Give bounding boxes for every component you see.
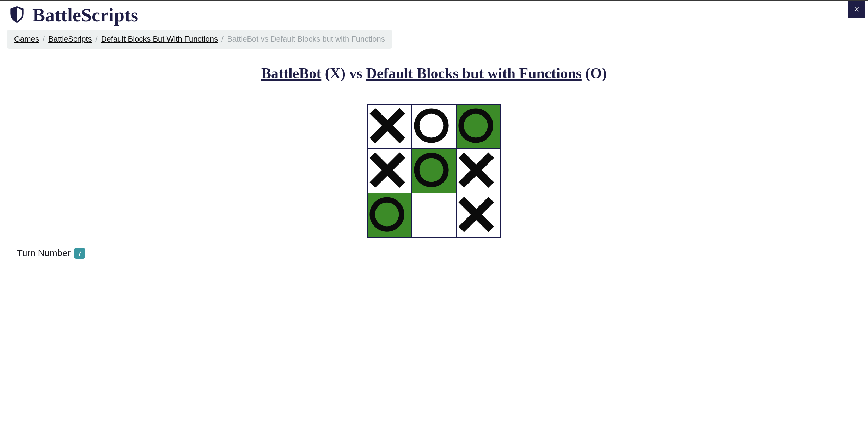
board-cell-4[interactable] — [412, 149, 456, 193]
board-cell-7[interactable] — [412, 193, 456, 237]
board-cell-3[interactable] — [367, 149, 412, 193]
x-mark-icon — [368, 150, 411, 191]
player1-mark: (X) — [325, 65, 346, 81]
board-cell-8[interactable] — [456, 193, 501, 237]
breadcrumb-link-bot[interactable]: Default Blocks But With Functions — [101, 35, 218, 44]
turn-label: Turn Number — [17, 248, 71, 259]
breadcrumb-separator: / — [96, 35, 98, 44]
board-cell-6[interactable] — [367, 193, 412, 237]
site-title: BattleScripts — [32, 4, 138, 26]
o-mark-icon — [412, 151, 456, 191]
close-icon — [853, 6, 860, 14]
breadcrumb: Games / BattleScripts / Default Blocks B… — [7, 30, 392, 49]
svg-point-4 — [417, 111, 446, 141]
breadcrumb-separator: / — [43, 35, 45, 44]
player2-mark: (O) — [585, 65, 607, 81]
divider — [7, 91, 861, 91]
breadcrumb-link-battlescripts[interactable]: BattleScripts — [48, 35, 92, 44]
x-mark-icon — [457, 150, 500, 191]
vs-label: vs — [349, 65, 362, 81]
board-cell-0[interactable] — [367, 104, 412, 149]
svg-point-8 — [417, 156, 446, 185]
svg-point-11 — [372, 200, 402, 229]
breadcrumb-separator: / — [221, 35, 224, 44]
tictactoe-board — [367, 104, 501, 238]
shield-icon — [7, 5, 27, 26]
player1-link[interactable]: BattleBot — [261, 65, 321, 81]
board-container — [0, 104, 868, 238]
breadcrumb-link-games[interactable]: Games — [14, 35, 39, 44]
o-mark-icon — [457, 106, 500, 146]
board-cell-1[interactable] — [412, 104, 456, 149]
board-cell-5[interactable] — [456, 149, 501, 193]
header: BattleScripts — [0, 1, 868, 26]
close-button[interactable] — [848, 1, 865, 18]
x-mark-icon — [457, 195, 500, 236]
o-mark-icon — [412, 106, 456, 146]
x-mark-icon — [368, 106, 411, 147]
svg-point-5 — [461, 111, 490, 141]
board-cell-2[interactable] — [456, 104, 501, 149]
breadcrumb-current: BattleBot vs Default Blocks but with Fun… — [227, 35, 385, 44]
turn-badge: 7 — [74, 248, 85, 259]
turn-row: Turn Number 7 — [17, 248, 868, 259]
player2-link[interactable]: Default Blocks but with Functions — [366, 65, 581, 81]
o-mark-icon — [368, 195, 411, 235]
match-title: BattleBot (X) vs Default Blocks but with… — [0, 65, 868, 82]
